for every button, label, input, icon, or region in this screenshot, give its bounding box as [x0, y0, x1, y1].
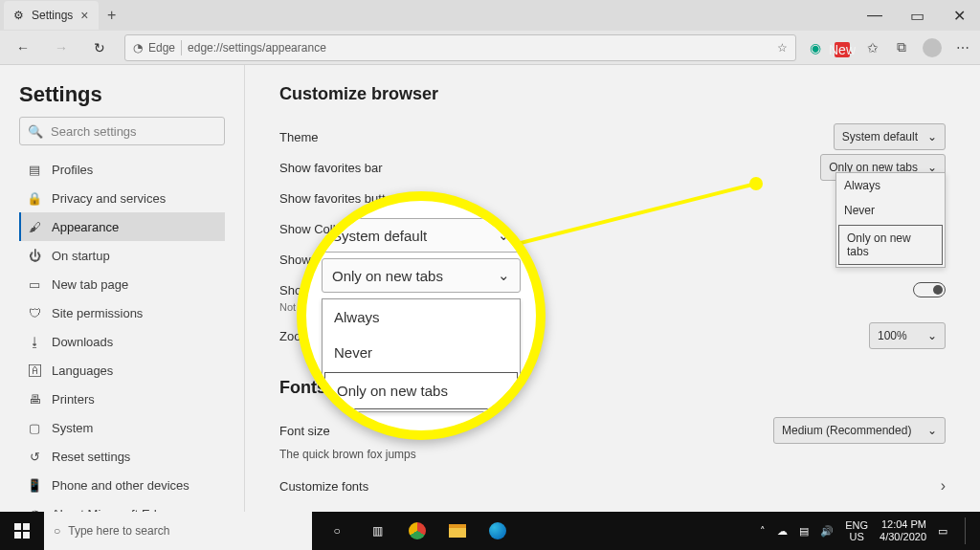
- extension-icon-1[interactable]: ◉: [808, 40, 823, 55]
- brush-icon: 🖌: [27, 220, 42, 234]
- zoom-select[interactable]: 100% ⌄: [869, 322, 946, 349]
- svg-rect-3: [14, 532, 21, 539]
- refresh-button[interactable]: ↻: [86, 40, 113, 55]
- tray-onedrive-icon[interactable]: ☁: [777, 525, 788, 538]
- power-icon: ⏻: [27, 249, 42, 263]
- search-settings-input[interactable]: 🔍 Search settings: [19, 117, 225, 145]
- svg-rect-2: [23, 523, 30, 530]
- sidebar-item-downloads[interactable]: ⭳Downloads: [19, 327, 225, 356]
- sidebar-item-printers[interactable]: 🖶Printers: [19, 385, 225, 413]
- address-bar-row: ← → ↻ ◔ Edge edge://settings/appearance …: [0, 31, 980, 65]
- printer-icon: 🖶: [27, 392, 42, 407]
- show-desktop[interactable]: [965, 517, 970, 544]
- phone-icon: 📱: [27, 478, 42, 493]
- home-sub: Not shown: [279, 301, 946, 313]
- url-text: edge://settings/appearance: [188, 41, 326, 55]
- start-button[interactable]: [0, 512, 44, 550]
- font-preview: The quick brown fox jumps: [279, 448, 946, 461]
- collections-label: Show Collections button: [279, 222, 412, 236]
- profile-icon[interactable]: [923, 38, 942, 57]
- chevron-down-icon: ⌄: [927, 329, 937, 342]
- minimize-button[interactable]: —: [854, 0, 896, 31]
- titlebar: ⚙ Settings × + — ▭ ✕: [0, 0, 980, 31]
- sidebar-item-newtab[interactable]: ▭New tab page: [19, 270, 225, 298]
- sidebar-item-phone[interactable]: 📱Phone and other devices: [19, 471, 225, 499]
- settings-title: Settings: [19, 82, 225, 107]
- profile-icon: ▤: [27, 163, 42, 177]
- windows-taskbar: ○ Type here to search ○ ▥ ˄ ☁ ▤ 🔊 ENG US…: [0, 512, 980, 550]
- tab-icon: ▭: [27, 277, 42, 292]
- fonts-heading: Fonts: [279, 378, 946, 398]
- sidebar-item-reset[interactable]: ↺Reset settings: [19, 442, 225, 471]
- search-icon: 🔍: [28, 124, 43, 139]
- gear-icon: ⚙: [13, 9, 24, 22]
- favorites-icon[interactable]: ✩: [865, 40, 880, 55]
- tab-close-icon[interactable]: ×: [80, 8, 88, 23]
- tab-title: Settings: [32, 9, 73, 22]
- extension-icon-2[interactable]: New: [836, 40, 852, 55]
- collections-icon[interactable]: ⧉: [894, 40, 909, 55]
- taskbar-chrome-icon[interactable]: [398, 512, 436, 550]
- section-heading: Customize browser: [279, 84, 946, 104]
- language-icon: 🄰: [27, 363, 42, 378]
- new-tab-button[interactable]: +: [99, 7, 125, 24]
- close-window-button[interactable]: ✕: [938, 0, 980, 31]
- browser-tab[interactable]: ⚙ Settings ×: [4, 1, 99, 30]
- clock-date: 4/30/2020: [880, 531, 926, 542]
- reset-icon: ↺: [27, 450, 42, 464]
- address-bar[interactable]: ◔ Edge edge://settings/appearance ☆: [124, 34, 796, 61]
- sidebar-item-languages[interactable]: 🄰Languages: [19, 356, 225, 385]
- dropdown-option-never[interactable]: Never: [836, 198, 945, 223]
- back-button[interactable]: ←: [10, 40, 36, 55]
- cortana-icon[interactable]: ○: [318, 512, 356, 550]
- search-placeholder: Search settings: [51, 124, 137, 139]
- dropdown-option-always[interactable]: Always: [836, 173, 945, 198]
- favorite-icon[interactable]: ☆: [777, 41, 788, 55]
- taskview-icon[interactable]: ▥: [358, 512, 396, 550]
- svg-rect-4: [23, 532, 30, 539]
- chevron-right-icon[interactable]: ›: [941, 477, 946, 495]
- chevron-down-icon: ⌄: [927, 424, 937, 437]
- sidebar-item-startup[interactable]: ⏻On startup: [19, 241, 225, 270]
- system-icon: ▢: [27, 421, 42, 435]
- fav-bar-label: Show favorites bar: [279, 161, 383, 175]
- system-tray[interactable]: ˄ ☁ ▤ 🔊 ENG US 12:04 PM 4/30/2020 ▭: [750, 517, 980, 544]
- edge-icon: ◔: [133, 41, 143, 55]
- taskbar-edge-icon[interactable]: [479, 512, 517, 550]
- tray-network-icon[interactable]: ▤: [799, 525, 809, 538]
- dropdown-option-new-tabs[interactable]: Only on new tabs: [838, 225, 943, 265]
- settings-sidebar: Settings 🔍 Search settings ▤Profiles 🔒Pr…: [0, 65, 245, 512]
- chevron-down-icon: ⌄: [927, 130, 937, 143]
- engine-label: Edge: [148, 41, 175, 55]
- tray-chevron-icon[interactable]: ˄: [760, 525, 766, 538]
- taskbar-search[interactable]: ○ Type here to search: [44, 512, 312, 550]
- taskbar-explorer-icon[interactable]: [438, 512, 477, 550]
- maximize-button[interactable]: ▭: [896, 0, 938, 31]
- theme-label: Theme: [279, 130, 318, 144]
- sidebar-item-profiles[interactable]: ▤Profiles: [19, 155, 225, 184]
- shield-icon: 🛡: [27, 306, 42, 320]
- sidebar-item-system[interactable]: ▢System: [19, 413, 225, 442]
- fav-button-label: Show favorites button: [279, 191, 399, 206]
- customize-fonts-label: Customize fonts: [279, 479, 368, 494]
- settings-content: Customize browser Theme System default ⌄…: [245, 65, 980, 512]
- download-icon: ⭳: [27, 335, 42, 349]
- home-label: Show home button: [279, 283, 383, 297]
- tray-volume-icon[interactable]: 🔊: [820, 525, 834, 538]
- font-size-select[interactable]: Medium (Recommended) ⌄: [773, 417, 946, 444]
- sidebar-item-privacy[interactable]: 🔒Privacy and services: [19, 184, 225, 212]
- fav-bar-dropdown-menu: Always Never Only on new tabs: [835, 172, 946, 268]
- menu-icon[interactable]: ⋯: [955, 40, 970, 55]
- clock-time: 12:04 PM: [881, 518, 926, 530]
- forward-button[interactable]: →: [48, 40, 75, 55]
- feedback-label: Show feedback button: [279, 253, 403, 267]
- svg-rect-1: [14, 523, 21, 530]
- home-toggle[interactable]: [913, 282, 946, 297]
- theme-select[interactable]: System default ⌄: [834, 123, 946, 150]
- callout-dot: [749, 177, 763, 190]
- sidebar-item-appearance[interactable]: 🖌Appearance: [19, 212, 225, 241]
- notifications-icon[interactable]: ▭: [938, 525, 947, 538]
- font-size-label: Font size: [279, 424, 330, 438]
- sidebar-item-permissions[interactable]: 🛡Site permissions: [19, 298, 225, 327]
- search-icon: ○: [54, 524, 60, 538]
